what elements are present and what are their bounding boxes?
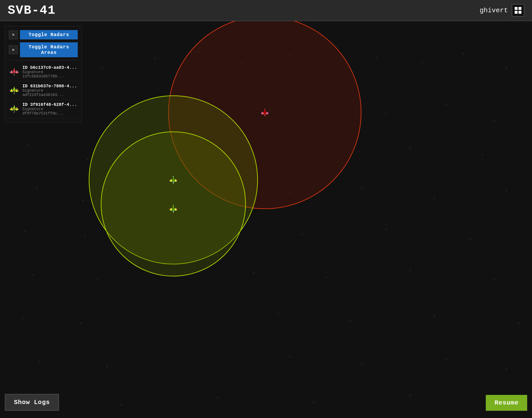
svg-marker-86 [10, 70, 13, 73]
svg-text:+: + [361, 362, 363, 366]
svg-rect-1 [519, 7, 521, 10]
grid-icon [514, 7, 522, 14]
entity-sig-2: Signature df9f78e7531ff0c... [22, 107, 78, 116]
header: SVB-41 ghivert [0, 0, 532, 21]
svg-text:+: + [26, 143, 28, 147]
toggle-areas-row: × Toggle Radars Areas [9, 42, 78, 57]
resume-button[interactable]: Resume [486, 395, 527, 411]
svg-text:+: + [349, 319, 351, 323]
entity-sig-1: Signature adf215f1ae36183... [22, 89, 78, 97]
svg-text:+: + [301, 232, 303, 236]
svg-text:+: + [462, 52, 464, 56]
toggle-areas-button[interactable]: Toggle Radars Areas [20, 42, 78, 57]
svg-text:+: + [217, 396, 218, 399]
entity-row-1[interactable]: ID 631b637e-7800-4... Signature adf215f1… [9, 81, 78, 100]
svg-text:+: + [506, 66, 508, 70]
user-section: ghivert [480, 4, 524, 17]
svg-text:+: + [87, 158, 89, 161]
svg-text:+: + [82, 198, 84, 202]
svg-text:+: + [24, 230, 26, 233]
svg-text:+: + [31, 273, 33, 277]
entity-info-1: ID 631b637e-7800-4... Signature adf215f1… [22, 84, 78, 97]
svg-text:+: + [79, 321, 81, 325]
svg-text:+: + [277, 312, 279, 315]
svg-rect-0 [515, 7, 518, 10]
sidebar-divider [9, 60, 78, 60]
toggle-radars-button[interactable]: Toggle Radars [20, 30, 78, 39]
entity-id-1: ID 631b637e-7800-4... [22, 84, 78, 89]
entity-sig-0: Signature 13fc5b931057780... [22, 70, 78, 79]
entity-row-0[interactable]: ID b6c137c0-aa83-4... Signature 13fc5b93… [9, 63, 78, 81]
app-title: SVB-41 [8, 3, 56, 18]
main-area: +++ +++ +++ +++ +++ +++ ++ +++ +++ +++ +… [0, 21, 532, 418]
svg-text:+: + [445, 357, 447, 361]
svg-text:+: + [84, 234, 86, 238]
svg-text:+: + [385, 112, 387, 116]
entity-id-2: ID 3f916f48-628f-4... [22, 102, 78, 107]
svg-marker-99 [16, 107, 19, 110]
entity-info-0: ID b6c137c0-aa83-4... Signature 13fc5b93… [22, 65, 78, 79]
svg-text:+: + [375, 55, 377, 59]
svg-marker-87 [16, 70, 19, 73]
radar-circle-green-inner [101, 132, 245, 276]
svg-text:+: + [289, 355, 291, 359]
svg-text:+: + [409, 268, 411, 272]
toggle-areas-close[interactable]: × [9, 46, 18, 54]
entity-icon-0 [9, 67, 20, 77]
svg-text:+: + [409, 146, 411, 149]
svg-text:+: + [482, 153, 483, 157]
svg-text:+: + [101, 66, 103, 70]
username: ghivert [480, 7, 508, 14]
ship-icon-red [9, 68, 19, 76]
svg-text:+: + [469, 237, 471, 241]
svg-text:+: + [421, 60, 423, 64]
svg-text:+: + [433, 314, 435, 318]
svg-text:+: + [409, 393, 411, 397]
svg-text:+: + [518, 321, 520, 325]
svg-marker-92 [10, 89, 13, 92]
svg-text:+: + [494, 119, 496, 123]
svg-text:+: + [445, 102, 447, 106]
entity-icon-2 [9, 104, 20, 114]
svg-text:+: + [494, 278, 496, 282]
svg-text:+: + [106, 364, 108, 368]
svg-text:+: + [361, 186, 363, 190]
svg-text:+: + [313, 400, 315, 404]
svg-text:+: + [36, 186, 38, 190]
svg-text:+: + [506, 189, 508, 193]
svg-text:+: + [96, 278, 98, 282]
toggle-radars-row: × Toggle Radars [9, 30, 78, 39]
entity-info-2: ID 3f916f48-628f-4... Signature df9f78e7… [22, 102, 78, 116]
svg-text:+: + [433, 196, 435, 200]
ship-icon-green-1 [9, 87, 19, 94]
svg-text:+: + [253, 271, 255, 274]
sidebar: × Toggle Radars × Toggle Radars Areas [5, 26, 82, 122]
svg-text:+: + [38, 360, 40, 363]
svg-rect-2 [515, 11, 518, 14]
show-logs-button[interactable]: Show Logs [5, 394, 59, 411]
svg-marker-93 [16, 89, 19, 92]
toggle-radars-close[interactable]: × [9, 31, 18, 39]
entity-id-0: ID b6c137c0-aa83-4... [22, 65, 78, 70]
entity-row-2[interactable]: ID 3f916f48-628f-4... Signature df9f78e7… [9, 100, 78, 118]
svg-rect-3 [519, 11, 521, 14]
svg-text:+: + [325, 275, 327, 279]
svg-text:+: + [120, 403, 122, 407]
svg-text:+: + [22, 316, 24, 320]
ship-icon-green-2 [9, 105, 19, 113]
user-icon[interactable] [512, 4, 524, 17]
svg-text:+: + [385, 227, 387, 231]
svg-text:+: + [506, 367, 508, 371]
entity-icon-1 [9, 85, 20, 96]
svg-marker-98 [10, 107, 13, 110]
svg-text:+: + [154, 57, 156, 60]
